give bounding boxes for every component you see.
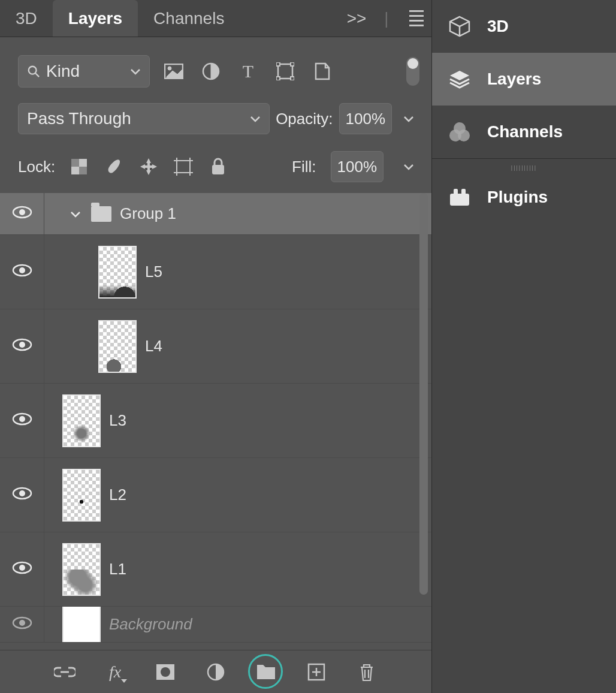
- svg-point-0: [29, 67, 37, 74]
- lock-fill-row: Lock: Fill: 100%: [0, 140, 431, 193]
- channels-icon: [446, 119, 473, 145]
- svg-rect-8: [276, 77, 280, 80]
- layers-scrollbar[interactable]: [419, 193, 428, 595]
- layer-thumbnail: [98, 246, 137, 299]
- svg-point-32: [19, 620, 25, 626]
- visibility-toggle[interactable]: [0, 384, 44, 457]
- layer-background[interactable]: Background: [0, 607, 431, 643]
- opacity-label: Opacity:: [276, 110, 333, 128]
- visibility-toggle[interactable]: [0, 193, 44, 234]
- filter-shape-icon[interactable]: [274, 61, 296, 82]
- filter-toggle[interactable]: [406, 57, 419, 86]
- layer-l4[interactable]: L4: [0, 309, 431, 384]
- adjustment-layer-button[interactable]: [203, 659, 229, 685]
- svg-rect-6: [276, 62, 280, 66]
- delete-layer-button[interactable]: [354, 659, 380, 685]
- layers-panel: 3D Layers Channels >> | Kind T Pass Thro…: [0, 0, 431, 693]
- svg-rect-44: [461, 189, 466, 195]
- blend-mode-select[interactable]: Pass Through: [18, 103, 270, 134]
- layer-name: L3: [109, 411, 126, 430]
- layer-filter-row: Kind T: [0, 37, 431, 96]
- fx-label: fx: [109, 662, 121, 682]
- lock-artboard-icon[interactable]: [174, 157, 193, 176]
- opacity-dropdown[interactable]: [398, 115, 419, 122]
- panel-item-3d[interactable]: 3D: [432, 0, 616, 53]
- svg-point-3: [168, 67, 171, 70]
- lock-transparency-icon[interactable]: [70, 157, 89, 176]
- panel-item-layers[interactable]: Layers: [432, 53, 616, 106]
- panel-tabs: 3D Layers Channels >> |: [0, 0, 431, 37]
- tab-3d[interactable]: 3D: [0, 0, 53, 37]
- hamburger-icon: [403, 10, 430, 26]
- cube-icon: [446, 13, 473, 40]
- svg-point-28: [19, 490, 25, 496]
- fill-input[interactable]: 100%: [331, 151, 384, 182]
- layer-l3[interactable]: L3: [0, 384, 431, 458]
- link-layers-button[interactable]: [52, 659, 78, 685]
- new-layer-button[interactable]: [303, 659, 330, 685]
- add-mask-button[interactable]: [152, 659, 179, 685]
- svg-rect-18: [212, 165, 224, 174]
- more-tabs-button[interactable]: >>: [342, 9, 372, 28]
- filter-kind-select[interactable]: Kind: [18, 55, 150, 88]
- layer-name: L5: [145, 263, 162, 281]
- filter-adjustment-icon[interactable]: [200, 61, 222, 82]
- panel-item-channels[interactable]: Channels: [432, 106, 616, 158]
- layer-name: L1: [109, 560, 126, 578]
- layers-bottom-toolbar: fx: [0, 650, 431, 693]
- fill-dropdown[interactable]: [398, 163, 419, 170]
- svg-rect-7: [291, 62, 294, 66]
- visibility-toggle[interactable]: [0, 235, 44, 309]
- panel-item-label: Layers: [487, 70, 541, 89]
- blend-opacity-row: Pass Through Opacity: 100%: [0, 96, 431, 140]
- plugin-icon: [446, 184, 473, 210]
- lock-all-icon[interactable]: [209, 157, 228, 176]
- filter-smart-icon[interactable]: [312, 61, 333, 82]
- visibility-toggle[interactable]: [0, 532, 44, 606]
- svg-point-30: [19, 565, 25, 571]
- lock-paint-icon[interactable]: [104, 157, 123, 176]
- layers-list: Group 1 L5 L4 L3: [0, 193, 431, 693]
- new-group-button[interactable]: [253, 659, 279, 685]
- layer-name: L4: [145, 337, 162, 355]
- svg-point-26: [19, 416, 25, 422]
- panel-item-label: 3D: [487, 17, 509, 36]
- svg-point-41: [458, 129, 470, 141]
- layer-thumbnail: [62, 607, 101, 643]
- tab-channels[interactable]: Channels: [138, 0, 240, 37]
- layer-effects-button[interactable]: fx: [102, 659, 128, 685]
- lock-position-icon[interactable]: [139, 157, 158, 176]
- visibility-toggle[interactable]: [0, 309, 44, 383]
- layer-l1[interactable]: L1: [0, 532, 431, 607]
- filter-pixel-icon[interactable]: [163, 61, 185, 82]
- chevron-down-icon: [250, 115, 261, 122]
- layer-l5[interactable]: L5: [0, 235, 431, 309]
- svg-rect-9: [291, 77, 294, 80]
- svg-point-20: [19, 209, 25, 215]
- layer-name: Group 1: [120, 204, 176, 223]
- layers-icon: [446, 66, 473, 92]
- panels-dock: 3D Layers Channels |||||||||| Plugins: [431, 0, 616, 693]
- visibility-toggle[interactable]: [0, 607, 44, 642]
- opacity-input[interactable]: 100%: [339, 103, 392, 134]
- search-icon: [27, 65, 40, 78]
- layer-l2[interactable]: L2: [0, 458, 431, 532]
- svg-rect-43: [454, 189, 458, 195]
- svg-rect-11: [71, 159, 79, 167]
- svg-point-24: [19, 342, 25, 348]
- folder-icon: [91, 206, 111, 222]
- panel-grip[interactable]: ||||||||||: [432, 159, 616, 171]
- filter-kind-label: Kind: [46, 62, 80, 81]
- group-expand-chevron[interactable]: [68, 210, 83, 218]
- panel-menu-button[interactable]: [401, 10, 431, 26]
- layer-name: L2: [109, 486, 126, 504]
- filter-type-icon[interactable]: T: [237, 61, 259, 82]
- tab-layers[interactable]: Layers: [53, 0, 138, 37]
- svg-rect-12: [79, 167, 87, 174]
- layer-group-1[interactable]: Group 1: [0, 193, 431, 235]
- panel-item-plugins[interactable]: Plugins: [432, 171, 616, 224]
- visibility-toggle[interactable]: [0, 458, 44, 532]
- lock-label: Lock:: [18, 158, 55, 176]
- svg-rect-13: [177, 161, 190, 173]
- panel-item-label: Plugins: [487, 188, 548, 207]
